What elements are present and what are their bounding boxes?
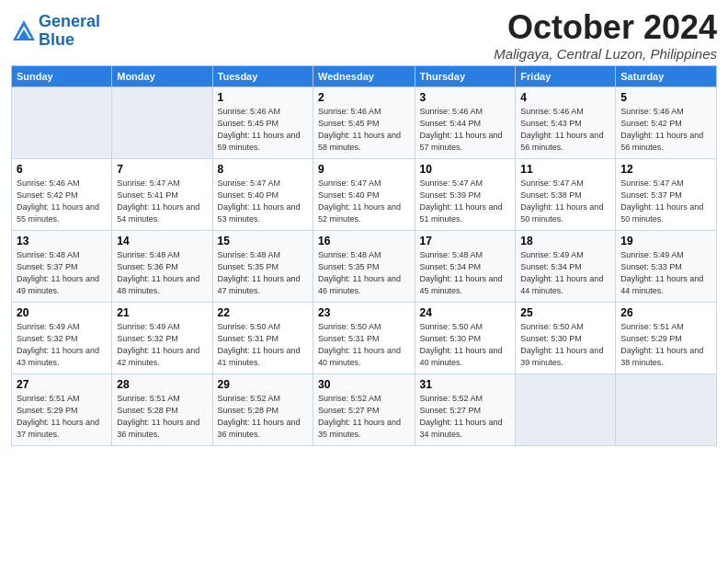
day-cell	[112, 86, 212, 158]
day-info-line: Daylight: 11 hours and 40 minutes.	[318, 345, 410, 369]
day-info-line: Daylight: 11 hours and 39 minutes.	[520, 345, 610, 369]
day-cell: 21Sunrise: 5:49 AMSunset: 5:32 PMDayligh…	[112, 302, 212, 373]
day-info-line: Sunset: 5:30 PM	[420, 333, 511, 345]
day-cell	[616, 373, 717, 445]
day-info-line: Sunrise: 5:51 AM	[117, 393, 207, 405]
day-cell: 13Sunrise: 5:48 AMSunset: 5:37 PMDayligh…	[12, 230, 112, 302]
day-info-line: Daylight: 11 hours and 51 minutes.	[420, 201, 511, 225]
day-info-line: Daylight: 11 hours and 45 minutes.	[420, 273, 511, 297]
day-number: 4	[520, 91, 610, 104]
col-header-friday: Friday	[516, 65, 616, 86]
day-info-line: Daylight: 11 hours and 48 minutes.	[117, 273, 207, 297]
day-number: 14	[117, 235, 207, 247]
day-info-line: Daylight: 11 hours and 36 minutes.	[117, 417, 207, 441]
day-cell: 26Sunrise: 5:51 AMSunset: 5:29 PMDayligh…	[616, 302, 717, 373]
day-info-line: Sunrise: 5:47 AM	[218, 178, 308, 190]
day-info-line: Sunset: 5:32 PM	[117, 333, 207, 345]
day-info-line: Sunset: 5:27 PM	[420, 405, 511, 417]
day-info-line: Sunset: 5:40 PM	[218, 190, 308, 201]
day-number: 16	[318, 235, 410, 247]
day-info: Sunrise: 5:51 AMSunset: 5:29 PMDaylight:…	[620, 321, 711, 369]
day-info-line: Daylight: 11 hours and 46 minutes.	[318, 273, 410, 297]
day-info: Sunrise: 5:46 AMSunset: 5:42 PMDaylight:…	[17, 178, 107, 225]
day-info: Sunrise: 5:47 AMSunset: 5:40 PMDaylight:…	[318, 178, 410, 225]
day-cell: 14Sunrise: 5:48 AMSunset: 5:36 PMDayligh…	[112, 230, 212, 302]
day-cell: 15Sunrise: 5:48 AMSunset: 5:35 PMDayligh…	[212, 230, 313, 302]
day-info-line: Sunrise: 5:49 AM	[17, 321, 107, 333]
day-info-line: Sunset: 5:36 PM	[117, 261, 207, 273]
day-number: 26	[620, 306, 711, 319]
day-info-line: Sunset: 5:31 PM	[318, 333, 410, 345]
day-info: Sunrise: 5:52 AMSunset: 5:27 PMDaylight:…	[318, 393, 410, 441]
day-cell: 8Sunrise: 5:47 AMSunset: 5:40 PMDaylight…	[212, 158, 313, 230]
day-info: Sunrise: 5:47 AMSunset: 5:40 PMDaylight:…	[218, 178, 308, 225]
day-info-line: Daylight: 11 hours and 40 minutes.	[420, 345, 511, 369]
day-cell: 27Sunrise: 5:51 AMSunset: 5:29 PMDayligh…	[12, 373, 112, 445]
day-info-line: Daylight: 11 hours and 41 minutes.	[218, 345, 308, 369]
day-number: 24	[420, 306, 511, 319]
day-info-line: Sunset: 5:31 PM	[218, 333, 308, 345]
day-info-line: Daylight: 11 hours and 49 minutes.	[17, 273, 107, 297]
day-info: Sunrise: 5:48 AMSunset: 5:37 PMDaylight:…	[17, 249, 107, 297]
day-number: 10	[420, 163, 511, 176]
day-number: 28	[117, 378, 207, 391]
day-info-line: Sunset: 5:32 PM	[17, 333, 107, 345]
day-info-line: Daylight: 11 hours and 57 minutes.	[420, 130, 511, 154]
day-info: Sunrise: 5:49 AMSunset: 5:32 PMDaylight:…	[17, 321, 107, 369]
title-block: October 2024 Maligaya, Central Luzon, Ph…	[494, 9, 717, 62]
day-info-line: Sunset: 5:28 PM	[117, 405, 207, 417]
day-info-line: Daylight: 11 hours and 35 minutes.	[318, 417, 410, 441]
day-info-line: Sunrise: 5:46 AM	[620, 106, 711, 118]
day-number: 3	[420, 91, 511, 104]
day-info-line: Sunrise: 5:50 AM	[420, 321, 511, 333]
day-info-line: Sunrise: 5:52 AM	[420, 393, 511, 405]
day-info-line: Sunrise: 5:46 AM	[218, 106, 308, 118]
week-row-1: 1Sunrise: 5:46 AMSunset: 5:45 PMDaylight…	[12, 86, 717, 158]
day-cell: 16Sunrise: 5:48 AMSunset: 5:35 PMDayligh…	[313, 230, 415, 302]
day-info: Sunrise: 5:47 AMSunset: 5:37 PMDaylight:…	[620, 178, 711, 225]
day-number: 5	[620, 91, 711, 104]
day-cell	[12, 86, 112, 158]
day-cell: 4Sunrise: 5:46 AMSunset: 5:43 PMDaylight…	[516, 86, 616, 158]
day-info-line: Sunrise: 5:50 AM	[318, 321, 410, 333]
day-info-line: Daylight: 11 hours and 56 minutes.	[520, 130, 610, 154]
day-cell: 22Sunrise: 5:50 AMSunset: 5:31 PMDayligh…	[212, 302, 313, 373]
logo-icon	[11, 18, 37, 44]
col-header-tuesday: Tuesday	[212, 65, 313, 86]
day-info-line: Sunrise: 5:49 AM	[117, 321, 207, 333]
day-info-line: Daylight: 11 hours and 52 minutes.	[318, 201, 410, 225]
day-cell: 10Sunrise: 5:47 AMSunset: 5:39 PMDayligh…	[415, 158, 516, 230]
day-number: 18	[520, 235, 610, 247]
day-number: 1	[218, 91, 308, 104]
day-info-line: Sunset: 5:37 PM	[17, 261, 107, 273]
day-info-line: Daylight: 11 hours and 56 minutes.	[620, 130, 711, 154]
day-info-line: Sunset: 5:43 PM	[520, 118, 610, 130]
header: General Blue October 2024 Maligaya, Cent…	[11, 9, 717, 62]
day-info-line: Sunset: 5:35 PM	[318, 261, 410, 273]
day-info-line: Sunrise: 5:49 AM	[620, 249, 711, 261]
day-info-line: Sunrise: 5:48 AM	[117, 249, 207, 261]
day-info-line: Daylight: 11 hours and 37 minutes.	[17, 417, 107, 441]
col-header-monday: Monday	[112, 65, 212, 86]
day-info-line: Sunrise: 5:49 AM	[520, 249, 610, 261]
col-header-saturday: Saturday	[616, 65, 717, 86]
day-number: 17	[420, 235, 511, 247]
day-info-line: Sunrise: 5:50 AM	[218, 321, 308, 333]
day-cell: 9Sunrise: 5:47 AMSunset: 5:40 PMDaylight…	[313, 158, 415, 230]
day-info-line: Sunset: 5:40 PM	[318, 190, 410, 201]
day-number: 2	[318, 91, 410, 104]
day-info-line: Sunrise: 5:47 AM	[117, 178, 207, 190]
day-info-line: Daylight: 11 hours and 55 minutes.	[17, 201, 107, 225]
col-header-sunday: Sunday	[12, 65, 112, 86]
day-cell	[516, 373, 616, 445]
week-row-5: 27Sunrise: 5:51 AMSunset: 5:29 PMDayligh…	[12, 373, 717, 445]
day-info-line: Sunset: 5:42 PM	[620, 118, 711, 130]
day-info-line: Sunset: 5:42 PM	[17, 190, 107, 201]
day-number: 31	[420, 378, 511, 391]
day-info: Sunrise: 5:46 AMSunset: 5:44 PMDaylight:…	[420, 106, 511, 154]
day-info-line: Sunset: 5:37 PM	[620, 190, 711, 201]
day-info: Sunrise: 5:46 AMSunset: 5:45 PMDaylight:…	[318, 106, 410, 154]
day-info: Sunrise: 5:48 AMSunset: 5:35 PMDaylight:…	[318, 249, 410, 297]
day-info-line: Sunrise: 5:48 AM	[17, 249, 107, 261]
day-info-line: Sunrise: 5:46 AM	[318, 106, 410, 118]
